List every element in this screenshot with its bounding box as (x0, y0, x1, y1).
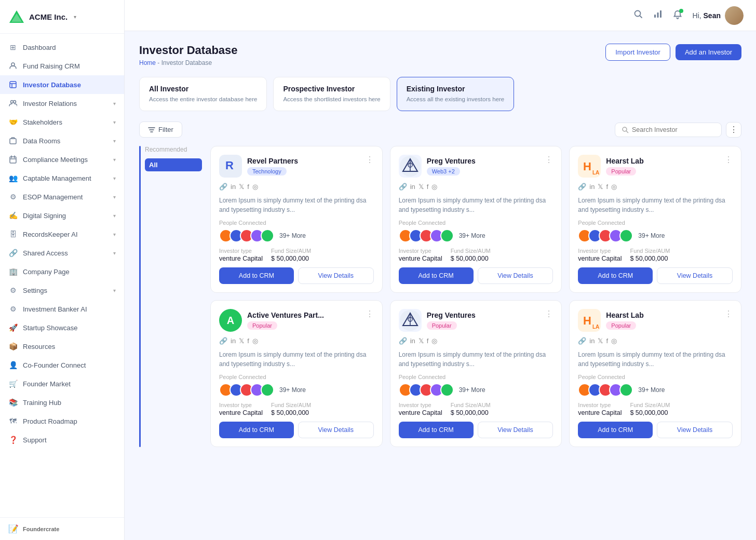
fundraising-icon (8, 61, 18, 71)
twitter-icon[interactable]: 𝕏 (419, 183, 424, 191)
facebook-icon[interactable]: f (427, 183, 429, 191)
add-to-crm-button[interactable]: Add to CRM (219, 422, 294, 438)
investor-type-label: Investor type (219, 248, 263, 254)
linkedin-icon[interactable]: in (410, 183, 415, 191)
sidebar-item-support[interactable]: ❓ Support (0, 430, 124, 449)
search-input[interactable] (632, 126, 715, 133)
tab-all-investor[interactable]: All Investor Access the entire investor … (139, 77, 267, 111)
sidebar-item-startup-showcase[interactable]: 🚀 Startup Showcase (0, 318, 124, 337)
sidebar-item-founder-market[interactable]: 🛒 Founder Market (0, 374, 124, 393)
filter-option-all[interactable]: All (145, 158, 202, 171)
sidebar-item-fundraising[interactable]: Fund Raising CRM (0, 57, 124, 75)
instagram-icon[interactable]: ◎ (611, 183, 617, 191)
filter-button[interactable]: Filter (139, 122, 182, 138)
sidebar-item-esop[interactable]: ⚙ ESOP Management ▾ (0, 187, 124, 206)
analytics-icon[interactable] (653, 9, 663, 21)
facebook-icon[interactable]: f (247, 337, 249, 345)
add-to-crm-button[interactable]: Add to CRM (399, 267, 474, 284)
sidebar-item-investment-banker[interactable]: ⚙ Investment Banker AI (0, 300, 124, 318)
instagram-icon[interactable]: ◎ (431, 337, 437, 345)
instagram-icon[interactable]: ◎ (431, 183, 437, 191)
sidebar-item-compliance[interactable]: Compliance Meetings ▾ (0, 150, 124, 169)
linkedin-icon[interactable]: in (589, 183, 595, 191)
card-more-button[interactable]: ⋮ (366, 155, 374, 165)
import-investor-button[interactable]: Import Investor (605, 44, 670, 61)
card-desc: Lorem Ipsum is simply dummy text of the … (219, 350, 374, 369)
fund-size-value: $ 50,000,000 (451, 255, 491, 262)
add-investor-button[interactable]: Add an Investor (676, 44, 741, 60)
link-icon[interactable]: 🔗 (219, 183, 227, 191)
view-details-button[interactable]: View Details (657, 267, 733, 284)
twitter-icon[interactable]: 𝕏 (239, 337, 244, 345)
card-logo-info: HLAB Hearst Lab Popular (578, 309, 643, 332)
main-area: Hi, Sean Investor Database Home - Invest… (125, 0, 756, 540)
sidebar-item-resources[interactable]: 📦 Resources (0, 337, 124, 356)
link-icon[interactable]: 🔗 (578, 183, 586, 191)
add-to-crm-button[interactable]: Add to CRM (578, 422, 653, 438)
sidebar-item-captable[interactable]: 👥 Captable Management ▾ (0, 169, 124, 187)
sidebar-item-company-page[interactable]: 🏢 Company Page (0, 262, 124, 281)
sidebar-item-shared-access[interactable]: 🔗 Shared Access ▾ (0, 244, 124, 262)
linkedin-icon[interactable]: in (231, 337, 236, 345)
card-people: People Connected 39+ More (578, 374, 733, 397)
view-details-button[interactable]: View Details (298, 422, 374, 438)
twitter-icon[interactable]: 𝕏 (239, 183, 244, 191)
sidebar-item-dashboard[interactable]: ⊞ Dashboard (0, 38, 124, 57)
notification-dot (679, 9, 683, 13)
add-to-crm-button[interactable]: Add to CRM (578, 267, 653, 284)
card-logo-info: HLAB Hearst Lab Popular (578, 155, 643, 178)
linkedin-icon[interactable]: in (231, 183, 236, 191)
sidebar-item-training[interactable]: 📚 Training Hub (0, 393, 124, 412)
view-details-button[interactable]: View Details (657, 422, 733, 438)
view-details-button[interactable]: View Details (478, 422, 554, 438)
sidebar-item-investor-database[interactable]: Investor Database (0, 75, 124, 94)
facebook-icon[interactable]: f (427, 337, 429, 345)
view-details-button[interactable]: View Details (478, 267, 554, 284)
link-icon[interactable]: 🔗 (219, 337, 227, 345)
linkedin-icon[interactable]: in (410, 337, 415, 345)
company-name: ACME Inc. (29, 12, 68, 21)
search-icon[interactable] (633, 9, 643, 21)
user-profile[interactable]: Hi, Sean (693, 6, 744, 25)
card-more-button[interactable]: ⋮ (545, 309, 553, 319)
logo-icon (8, 8, 25, 25)
twitter-icon[interactable]: 𝕏 (598, 337, 603, 345)
page-title: Investor Database (139, 44, 238, 57)
settings-icon: ⚙ (8, 286, 18, 295)
add-to-crm-button[interactable]: Add to CRM (399, 422, 474, 438)
add-to-crm-button[interactable]: Add to CRM (219, 267, 294, 284)
fund-size-value: $ 50,000,000 (451, 409, 491, 416)
link-icon[interactable]: 🔗 (399, 337, 407, 345)
twitter-icon[interactable]: 𝕏 (598, 183, 603, 191)
card-more-button[interactable]: ⋮ (545, 155, 553, 165)
notification-bell-wrapper[interactable] (673, 10, 682, 21)
card-more-button[interactable]: ⋮ (724, 155, 733, 165)
sidebar-item-investor-relations[interactable]: Investor Relations ▾ (0, 94, 124, 113)
link-icon[interactable]: 🔗 (399, 183, 407, 191)
sidebar-item-stakeholders[interactable]: 🤝 Stakeholders ▾ (0, 113, 124, 131)
card-more-button[interactable]: ⋮ (724, 309, 733, 319)
breadcrumb-home[interactable]: Home (139, 59, 156, 66)
sidebar-item-product-roadmap[interactable]: 🗺 Product Roadmap (0, 412, 124, 430)
sidebar-item-data-rooms[interactable]: Data Rooms ▾ (0, 131, 124, 150)
card-more-button[interactable]: ⋮ (366, 309, 374, 319)
sidebar-logo[interactable]: ACME Inc. ▾ (0, 0, 124, 34)
sidebar-item-settings[interactable]: ⚙ Settings ▾ (0, 281, 124, 300)
more-options-button[interactable]: ⋮ (726, 122, 741, 138)
fund-size-label: Fund Size/AUM (630, 402, 670, 408)
facebook-icon[interactable]: f (606, 183, 608, 191)
linkedin-icon[interactable]: in (589, 337, 595, 345)
facebook-icon[interactable]: f (247, 183, 249, 191)
instagram-icon[interactable]: ◎ (252, 183, 258, 191)
instagram-icon[interactable]: ◎ (252, 337, 258, 345)
sidebar-item-records[interactable]: 🗄 RecordsKeeper AI ▾ (0, 225, 124, 244)
twitter-icon[interactable]: 𝕏 (419, 337, 424, 345)
sidebar-item-digital-signing[interactable]: ✍ Digital Signing ▾ (0, 206, 124, 225)
link-icon[interactable]: 🔗 (578, 337, 586, 345)
instagram-icon[interactable]: ◎ (611, 337, 617, 345)
view-details-button[interactable]: View Details (298, 267, 374, 284)
facebook-icon[interactable]: f (606, 337, 608, 345)
tab-existing-investor[interactable]: Existing Investor Access all the existin… (397, 77, 515, 111)
sidebar-item-cofounder[interactable]: 👤 Co-Founder Connect (0, 356, 124, 374)
tab-prospective-investor[interactable]: Prospective Investor Access the shortlis… (273, 77, 390, 111)
